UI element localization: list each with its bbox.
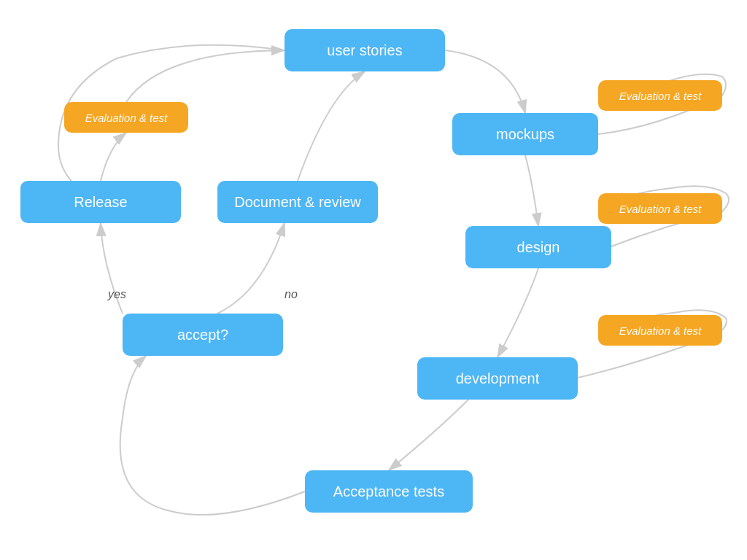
acceptance-tests-node: Acceptance tests <box>305 470 473 513</box>
eval3-node: Evaluation & test <box>598 315 722 346</box>
mockups-node: mockups <box>452 113 598 155</box>
eval1-node: Evaluation & test <box>598 80 722 111</box>
user-stories-node: user stories <box>285 29 445 71</box>
release-node: Release <box>20 181 181 223</box>
design-node: design <box>465 226 611 268</box>
accept-node: accept? <box>123 314 283 356</box>
document-review-node: Document & review <box>217 181 378 223</box>
yes-label: yes <box>108 288 126 301</box>
diagram-container: user stories mockups design development … <box>0 0 747 560</box>
no-label: no <box>285 288 298 301</box>
development-node: development <box>417 357 578 400</box>
eval2-node: Evaluation & test <box>598 193 722 224</box>
eval4-node: Evaluation & test <box>64 102 188 133</box>
